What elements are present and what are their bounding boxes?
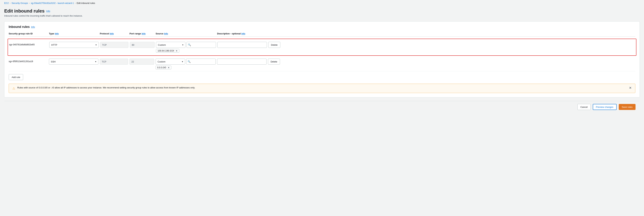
col-port-info[interactable]: Info bbox=[142, 32, 146, 35]
table-row: sgr-0f5f013d431261a18 SSH HTTP HTTPS Cus… bbox=[9, 57, 635, 71]
footer-bar: Cancel Preview changes Save rules bbox=[4, 101, 640, 113]
description-cell-2 bbox=[217, 59, 266, 65]
col-desc-info[interactable]: Info bbox=[242, 32, 245, 35]
actions-cell-2: Delete bbox=[268, 59, 286, 65]
description-input-1[interactable] bbox=[218, 42, 267, 48]
source-select-row-2: Custom Anywhere-IPv4 Anywhere-IPv6 My IP… bbox=[156, 59, 216, 65]
source-search-wrapper-1: 🔍 bbox=[186, 42, 216, 48]
warning-text: Rules with source of 0.0.0.0/0 or ::/0 a… bbox=[17, 86, 627, 89]
port-field-1: 80 bbox=[130, 42, 154, 48]
source-type-select-2[interactable]: Custom Anywhere-IPv4 Anywhere-IPv6 My IP bbox=[156, 59, 185, 65]
source-type-select-1[interactable]: Custom Anywhere-IPv4 Anywhere-IPv6 My IP bbox=[156, 42, 186, 48]
protocol-field-1: TCP bbox=[100, 42, 128, 48]
port-field-2: 22 bbox=[130, 59, 154, 65]
breadcrumb-sep-2: › bbox=[29, 2, 30, 4]
col-header-source: Source Info bbox=[156, 32, 216, 35]
col-header-protocol: Protocol Info bbox=[100, 32, 128, 35]
inbound-rules-card: Inbound rules Info Security group rule I… bbox=[4, 21, 640, 97]
breadcrumb-ec2[interactable]: EC2 bbox=[4, 2, 9, 4]
warning-close-button[interactable]: ✕ bbox=[629, 86, 632, 89]
type-select-2[interactable]: SSH HTTP HTTPS Custom TCP All traffic bbox=[49, 59, 98, 65]
col-header-type: Type Info bbox=[49, 32, 98, 35]
source-search-input-1[interactable] bbox=[186, 42, 216, 48]
col-source-info[interactable]: Info bbox=[164, 32, 168, 35]
source-type-select-wrapper-1: Custom Anywhere-IPv4 Anywhere-IPv6 My IP… bbox=[156, 42, 186, 48]
breadcrumb-security-groups[interactable]: Security Groups bbox=[12, 2, 28, 4]
breadcrumb-sep-1: › bbox=[10, 2, 10, 4]
source-search-wrapper-2: 🔍 bbox=[186, 59, 216, 65]
col-header-actions bbox=[268, 32, 286, 35]
warning-icon: ⚠ bbox=[12, 86, 15, 90]
col-type-info[interactable]: Info bbox=[55, 32, 59, 35]
source-type-select-wrapper-2: Custom Anywhere-IPv4 Anywhere-IPv6 My IP… bbox=[156, 59, 185, 65]
source-tag-2: 0.0.0.0/0 ✕ bbox=[156, 66, 171, 69]
source-cell-1: Custom Anywhere-IPv4 Anywhere-IPv6 My IP… bbox=[156, 42, 216, 53]
page-subtitle: Inbound rules control the incoming traff… bbox=[4, 14, 640, 17]
table-header-row: Security group rule ID Type Info Protoco… bbox=[9, 32, 635, 36]
type-select-1[interactable]: HTTP HTTPS SSH Custom TCP All traffic bbox=[49, 42, 99, 48]
save-button[interactable]: Save rules bbox=[619, 104, 636, 110]
source-tag-1: 100.64.199.0/24 ✕ bbox=[156, 49, 179, 53]
page-header: Edit inbound rules Info Inbound rules co… bbox=[0, 6, 644, 18]
delete-button-1[interactable]: Delete bbox=[268, 42, 280, 48]
rule-id-1: sgr-040781b6d6d602e65 bbox=[9, 42, 48, 46]
rule-id-2: sgr-0f5f013d431261a18 bbox=[9, 59, 48, 63]
col-protocol-info[interactable]: Info bbox=[110, 32, 114, 35]
preview-button[interactable]: Preview changes bbox=[593, 104, 616, 110]
col-header-rule-id: Security group rule ID bbox=[9, 32, 48, 35]
breadcrumb: EC2 › Security Groups › sg-03ee02750c62a… bbox=[0, 0, 644, 6]
breadcrumb-current: Edit inbound rules bbox=[77, 2, 95, 4]
source-tag-row-1: 100.64.199.0/24 ✕ bbox=[156, 49, 216, 53]
page-title-info-link[interactable]: Info bbox=[46, 10, 50, 12]
page-title: Edit inbound rules Info bbox=[4, 8, 640, 14]
actions-cell-1: Delete bbox=[268, 42, 286, 48]
description-cell-1 bbox=[218, 42, 267, 48]
col-header-port-range: Port range Info bbox=[130, 32, 154, 35]
source-cell-2: Custom Anywhere-IPv4 Anywhere-IPv6 My IP… bbox=[156, 59, 216, 69]
cancel-button[interactable]: Cancel bbox=[578, 104, 590, 110]
card-info-link[interactable]: Info bbox=[31, 25, 35, 28]
delete-button-2[interactable]: Delete bbox=[268, 59, 280, 65]
source-select-row-1: Custom Anywhere-IPv4 Anywhere-IPv6 My IP… bbox=[156, 42, 216, 48]
table-row: sgr-040781b6d6d602e65 HTTP HTTPS SSH Cus… bbox=[9, 40, 635, 54]
description-input-2[interactable] bbox=[217, 59, 266, 65]
add-rule-button[interactable]: Add rule bbox=[9, 74, 23, 80]
source-tag-row-2: 0.0.0.0/0 ✕ bbox=[156, 66, 216, 69]
card-header: Inbound rules Info bbox=[9, 25, 635, 29]
main-content: Inbound rules Info Security group rule I… bbox=[0, 18, 644, 117]
type-select-wrapper-1: HTTP HTTPS SSH Custom TCP All traffic ▼ bbox=[49, 42, 99, 48]
breadcrumb-sg-link[interactable]: sg-03ee02750c62a3102 - launch-wizard-1 bbox=[31, 2, 74, 4]
type-select-wrapper-2: SSH HTTP HTTPS Custom TCP All traffic ▼ bbox=[49, 59, 98, 65]
remove-tag-1[interactable]: ✕ bbox=[176, 50, 178, 52]
warning-banner: ⚠ Rules with source of 0.0.0.0/0 or ::/0… bbox=[9, 84, 635, 93]
remove-tag-2[interactable]: ✕ bbox=[168, 66, 170, 69]
col-header-description: Description - optional Info bbox=[217, 32, 266, 35]
rule-rows-area: sgr-040781b6d6d602e65 HTTP HTTPS SSH Cus… bbox=[9, 39, 635, 71]
breadcrumb-sep-3: › bbox=[75, 2, 76, 4]
protocol-field-2: TCP bbox=[100, 59, 128, 65]
source-search-input-2[interactable] bbox=[186, 59, 216, 65]
rule-row-highlight-box: sgr-040781b6d6d602e65 HTTP HTTPS SSH Cus… bbox=[8, 39, 636, 56]
